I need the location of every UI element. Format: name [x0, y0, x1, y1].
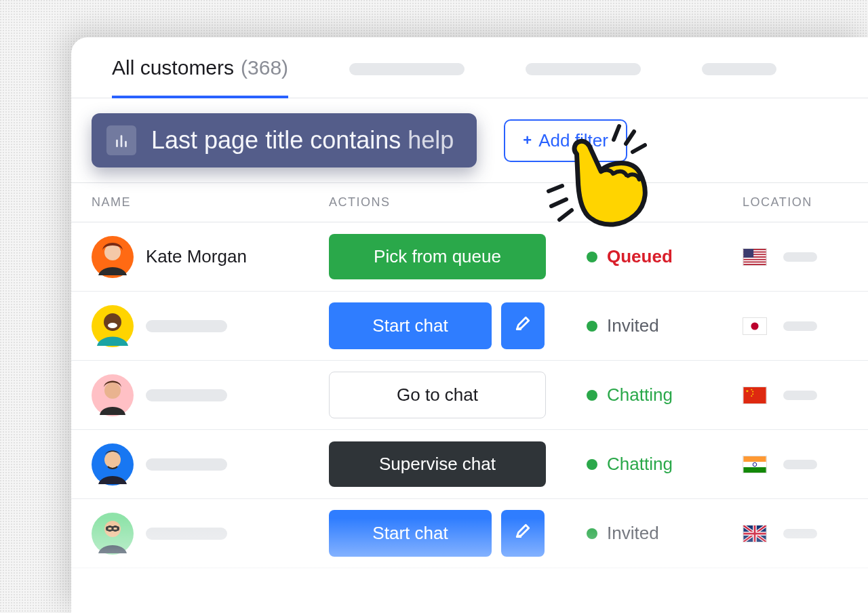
avatar	[92, 443, 134, 486]
placeholder	[349, 63, 465, 75]
start-chat-button[interactable]: Start chat	[329, 510, 492, 557]
svg-rect-16	[743, 260, 766, 261]
svg-point-31	[751, 395, 752, 397]
start-chat-button[interactable]: Start chat	[329, 302, 492, 349]
svg-point-23	[751, 322, 758, 330]
flag-gb-icon	[743, 525, 767, 542]
tab-label: All customers	[112, 56, 234, 79]
flag-cn-icon	[743, 387, 767, 404]
status-label: Invited	[607, 523, 659, 544]
table-row: Supervise chat Chatting	[71, 430, 868, 499]
status-dot	[587, 252, 597, 262]
status-label: Queued	[607, 246, 673, 267]
table-row: Go to chat Chatting	[71, 361, 868, 430]
filter-chip-prefix: Last page title contains	[151, 126, 401, 154]
status-dot	[587, 390, 597, 401]
tab-all-customers[interactable]: All customers (368)	[112, 56, 288, 98]
add-filter-button[interactable]: + Add filter	[504, 119, 627, 162]
status-label: Invited	[607, 315, 659, 336]
edit-button[interactable]	[501, 302, 545, 349]
edit-icon	[514, 315, 532, 337]
col-actions: ACTIONS	[329, 195, 587, 210]
filter-row: Last page title contains help + Add filt…	[71, 98, 868, 183]
bar-chart-icon	[106, 125, 136, 155]
tabs-bar: All customers (368)	[71, 37, 868, 98]
flag-us-icon	[743, 248, 767, 266]
placeholder	[146, 389, 227, 401]
status-dot	[587, 459, 597, 470]
svg-rect-18	[743, 249, 753, 258]
svg-rect-47	[743, 532, 766, 534]
placeholder	[146, 528, 227, 540]
edit-button[interactable]	[501, 510, 545, 557]
col-name: NAME	[92, 195, 329, 210]
add-filter-label: Add filter	[538, 130, 608, 151]
tab-placeholder[interactable]	[702, 63, 776, 92]
edit-icon	[514, 522, 532, 545]
placeholder	[783, 321, 817, 331]
customer-name: Kate Morgan	[146, 246, 247, 267]
filter-chip-last-page-title[interactable]: Last page title contains help	[92, 113, 477, 167]
svg-point-30	[752, 393, 753, 395]
svg-rect-36	[743, 467, 766, 472]
placeholder	[146, 458, 227, 471]
tab-count: (368)	[241, 56, 288, 79]
flag-in-icon	[743, 456, 767, 473]
avatar	[92, 374, 134, 416]
placeholder	[146, 320, 227, 332]
svg-point-33	[104, 452, 121, 468]
plus-icon: +	[523, 132, 532, 149]
svg-point-25	[104, 382, 121, 399]
table-header-row: NAME ACTIONS LOCATION	[71, 183, 868, 222]
status-label: Chatting	[607, 454, 673, 475]
placeholder	[702, 63, 776, 75]
filter-chip-param: help	[408, 126, 454, 154]
placeholder	[783, 529, 817, 538]
avatar	[92, 236, 134, 278]
table-row: Start chat Invited	[71, 292, 868, 361]
svg-point-20	[104, 313, 121, 331]
svg-point-28	[751, 389, 752, 390]
placeholder	[783, 460, 817, 469]
flag-jp-icon	[743, 317, 767, 335]
table-row: Start chat Invited	[71, 499, 868, 568]
tab-placeholder[interactable]	[526, 63, 641, 92]
svg-point-29	[752, 391, 753, 392]
svg-rect-26	[743, 387, 766, 403]
avatar	[92, 513, 134, 555]
placeholder	[783, 252, 817, 262]
status-dot	[587, 321, 597, 332]
col-location: LOCATION	[743, 195, 848, 210]
svg-point-10	[104, 244, 121, 260]
svg-rect-34	[743, 456, 766, 462]
table-row: Kate Morgan Pick from queue Queued	[71, 222, 868, 292]
tab-placeholder[interactable]	[349, 63, 465, 92]
svg-rect-15	[743, 257, 766, 258]
svg-point-21	[108, 323, 117, 328]
customers-panel: All customers (368) Last page title cont…	[71, 37, 868, 613]
pick-from-queue-button[interactable]: Pick from queue	[329, 234, 546, 279]
status-label: Chatting	[607, 384, 673, 406]
status-dot	[587, 528, 597, 539]
supervise-chat-button[interactable]: Supervise chat	[329, 441, 546, 487]
placeholder	[526, 63, 641, 75]
svg-rect-17	[743, 262, 766, 264]
placeholder	[783, 391, 817, 400]
go-to-chat-button[interactable]: Go to chat	[329, 372, 546, 418]
avatar	[92, 305, 134, 347]
